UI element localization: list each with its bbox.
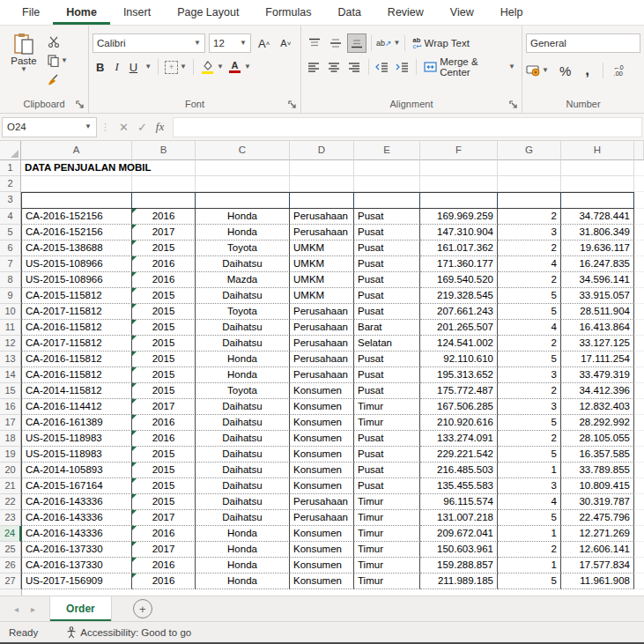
cell-F2[interactable]	[420, 176, 498, 192]
cell-I24[interactable]	[634, 526, 644, 542]
cell-E14[interactable]: Pusat	[354, 367, 420, 383]
cancel-formula-icon[interactable]: ✕	[119, 121, 129, 134]
cell-D19[interactable]: Konsumen	[290, 447, 354, 463]
cell-F27[interactable]: 211.989.185	[420, 574, 498, 589]
table-header-sale[interactable]: Sale	[420, 192, 498, 209]
row-header-16[interactable]: 16	[0, 399, 21, 415]
align-center-button[interactable]	[325, 57, 344, 77]
cell-E24[interactable]: Timur	[354, 526, 420, 542]
underline-chevron-icon[interactable]: ▼	[144, 63, 152, 70]
cell-D25[interactable]: Konsumen	[290, 542, 354, 558]
select-all-corner[interactable]	[0, 141, 21, 160]
row-header-25[interactable]: 25	[0, 542, 21, 558]
cell-E7[interactable]: Pusat	[354, 256, 420, 272]
cell-B17[interactable]: 2016	[132, 415, 196, 431]
column-header-C[interactable]: C	[196, 141, 290, 160]
column-header-G[interactable]: G	[498, 141, 561, 160]
row-header-15[interactable]: 15	[0, 383, 21, 399]
paste-button[interactable]: Paste ▼	[4, 29, 44, 73]
cut-button[interactable]	[48, 33, 68, 49]
comma-style-button[interactable]: ,	[581, 62, 593, 79]
cell-I5[interactable]	[634, 225, 644, 241]
cell-D10[interactable]: Perusahaan	[290, 304, 354, 320]
row-header-4[interactable]: 4	[0, 209, 21, 225]
cell-C15[interactable]: Toyota	[196, 383, 290, 399]
cell-D17[interactable]: Konsumen	[290, 415, 354, 431]
cell-A17[interactable]: CA-2016-161389	[21, 415, 132, 431]
tab-home[interactable]: Home	[53, 0, 110, 25]
cell-F17[interactable]: 210.920.616	[420, 415, 498, 431]
cell-E4[interactable]: Pusat	[354, 209, 420, 225]
row-header-13[interactable]: 13	[0, 352, 21, 367]
add-sheet-button[interactable]: +	[133, 599, 152, 618]
tab-help[interactable]: Help	[487, 0, 537, 25]
cell-D20[interactable]: Konsumen	[290, 463, 354, 478]
cell-D16[interactable]: Konsumen	[290, 399, 354, 415]
cell-A23[interactable]: CA-2016-143336	[21, 510, 132, 526]
sheet-tab-order[interactable]: Order	[49, 596, 112, 621]
accessibility-status[interactable]: Accessibility: Good to go	[66, 626, 191, 639]
cell-G6[interactable]: 2	[498, 241, 561, 256]
cell-C12[interactable]: Daihatsu	[196, 336, 290, 352]
cell-I16[interactable]	[634, 399, 644, 415]
cell-A26[interactable]: CA-2016-137330	[21, 558, 132, 574]
cell-D14[interactable]: Perusahaan	[290, 367, 354, 383]
cell-A7[interactable]: US-2015-108966	[21, 256, 132, 272]
tab-review[interactable]: Review	[374, 0, 437, 25]
tab-formulas[interactable]: Formulas	[252, 0, 324, 25]
cell-B23[interactable]: 2017	[132, 510, 196, 526]
cell-C1[interactable]	[196, 160, 290, 176]
row-header-19[interactable]: 19	[0, 447, 21, 463]
row-header-20[interactable]: 20	[0, 463, 21, 478]
align-left-button[interactable]	[305, 57, 323, 77]
cell-A19[interactable]: US-2015-118983	[21, 447, 132, 463]
cell-C25[interactable]: Honda	[196, 542, 290, 558]
cell-D21[interactable]: Konsumen	[290, 478, 354, 494]
cell-A13[interactable]: CA-2016-115812	[21, 352, 132, 367]
row-header-2[interactable]: 2	[0, 176, 21, 192]
cell-H19[interactable]: 16.357.585	[561, 447, 634, 463]
cell-E17[interactable]: Timur	[354, 415, 420, 431]
cell-H2[interactable]	[561, 176, 634, 192]
cell-G27[interactable]: 5	[498, 574, 561, 589]
cell-D23[interactable]: Perusahaan	[290, 510, 354, 526]
borders-chevron-icon[interactable]: ▼	[180, 63, 187, 70]
cell-H4[interactable]: 34.728.441	[561, 209, 634, 225]
cell-I18[interactable]	[634, 431, 644, 447]
row-header-27[interactable]: 27	[0, 574, 21, 589]
cell-G4[interactable]: 2	[498, 209, 561, 225]
cell-A20[interactable]: CA-2014-105893	[21, 463, 132, 478]
row-header-17[interactable]: 17	[0, 415, 21, 431]
cell-F9[interactable]: 219.328.545	[420, 288, 498, 304]
cell-H13[interactable]: 17.111.254	[561, 352, 634, 367]
cell-E18[interactable]: Pusat	[354, 431, 420, 447]
cell-F24[interactable]: 209.672.041	[420, 526, 498, 542]
cell-I9[interactable]	[634, 288, 644, 304]
cell-I21[interactable]	[634, 478, 644, 494]
cell-H22[interactable]: 30.319.787	[561, 494, 634, 510]
cell-E2[interactable]	[354, 176, 420, 192]
cell-B16[interactable]: 2017	[132, 399, 196, 415]
cell-F26[interactable]: 159.288.857	[420, 558, 498, 574]
cell-H9[interactable]: 33.915.057	[561, 288, 634, 304]
cell-I3[interactable]	[634, 192, 644, 209]
row-header-8[interactable]: 8	[0, 272, 21, 288]
cell-B11[interactable]: 2015	[132, 320, 196, 336]
cell-H26[interactable]: 17.577.834	[561, 558, 634, 574]
cell-F1[interactable]	[420, 160, 498, 176]
borders-button[interactable]: + ▼	[165, 59, 187, 75]
cell-E25[interactable]: Timur	[354, 542, 420, 558]
cell-C14[interactable]: Honda	[196, 367, 290, 383]
cell-I8[interactable]	[634, 272, 644, 288]
cell-E10[interactable]: Pusat	[354, 304, 420, 320]
bold-button[interactable]: B	[93, 58, 107, 76]
cell-F23[interactable]: 131.007.218	[420, 510, 498, 526]
cell-C22[interactable]: Daihatsu	[196, 494, 290, 510]
cell-G14[interactable]: 3	[498, 367, 561, 383]
cell-G18[interactable]: 2	[498, 431, 561, 447]
cell-E26[interactable]: Timur	[354, 558, 420, 574]
cell-I20[interactable]	[634, 463, 644, 478]
cell-I27[interactable]	[634, 574, 644, 589]
cell-G25[interactable]: 2	[498, 542, 561, 558]
cell-I10[interactable]	[634, 304, 644, 320]
